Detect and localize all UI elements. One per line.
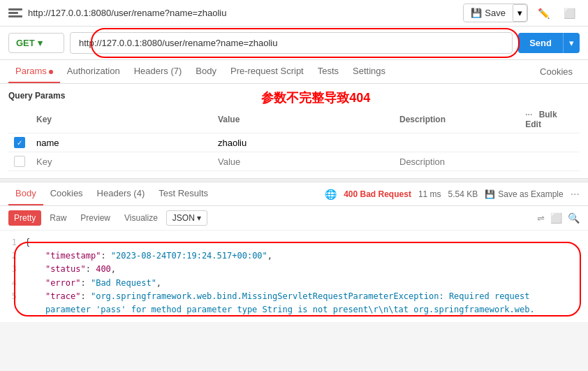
row2-desc-cell (394, 152, 520, 171)
send-dropdown-button[interactable]: ▾ (563, 33, 580, 53)
response-time: 11 ms (418, 189, 441, 199)
format-tab-visualize[interactable]: Visualize (119, 210, 163, 226)
method-label: GET (16, 38, 35, 48)
row1-desc-input[interactable] (399, 138, 514, 148)
response-size: 5.54 KB (448, 189, 478, 199)
response-more-button[interactable]: ··· (571, 188, 580, 201)
line-num-6 (0, 303, 25, 317)
line-num-5: 5 (0, 290, 25, 303)
response-area: Body Cookies Headers (4) Test Results 🌐 … (0, 182, 588, 322)
line-content-6: parameter 'pass' for method parameter ty… (25, 303, 588, 317)
globe-icon: 🌐 (325, 189, 337, 200)
col-bulk-edit-header: ··· Bulk Edit (520, 106, 580, 133)
tab-body[interactable]: Body (189, 60, 223, 83)
code-line-1: 1 { (0, 236, 588, 249)
method-select[interactable]: GET ▾ (8, 33, 64, 53)
row1-desc-cell (394, 133, 520, 152)
line-content-5: "trace": "org.springframework.web.bind.M… (25, 290, 588, 303)
line-content-3: "status": 400, (25, 263, 588, 276)
search-response-button[interactable]: 🔍 (568, 212, 580, 224)
table-row (8, 133, 580, 152)
row2-value-input[interactable] (218, 157, 388, 167)
response-tab-body[interactable]: Body (8, 182, 43, 205)
row1-value-cell (212, 133, 394, 152)
format-select[interactable]: JSON ▾ (166, 210, 207, 226)
code-line-4: 4 "error": "Bad Request", (0, 277, 588, 290)
title-bar-right: 💾 Save ▾ ✏️ ⬜ (463, 3, 580, 22)
row2-value-cell (212, 152, 394, 171)
row1-key-cell (31, 133, 212, 152)
title-bar-url: http://127.0.0.1:8080/user/rename?name=z… (28, 8, 226, 18)
response-meta: 🌐 400 Bad Request 11 ms 5.54 KB 💾 Save a… (325, 188, 580, 201)
tab-cookies[interactable]: Cookies (533, 61, 580, 82)
postman-icon (8, 8, 22, 18)
copy-response-button[interactable]: ⬜ (550, 212, 562, 224)
code-annotation-wrap: 1 { 2 "timestamp": "2023-08-24T07:19:24.… (0, 231, 588, 322)
format-tab-pretty[interactable]: Pretty (8, 210, 41, 226)
url-input[interactable] (70, 32, 513, 54)
response-tabs-bar: Body Cookies Headers (4) Test Results 🌐 … (0, 182, 588, 206)
title-bar: http://127.0.0.1:8080/user/rename?name=z… (0, 0, 588, 27)
tab-authorization[interactable]: Authorization (60, 60, 127, 83)
save-dropdown-button[interactable]: ▾ (513, 4, 527, 22)
more-icon[interactable]: ··· (525, 110, 532, 119)
copy-icon: ⬜ (564, 8, 575, 19)
col-desc-header: Description (394, 106, 520, 133)
response-tab-cookies[interactable]: Cookies (43, 182, 90, 205)
line-content-2: "timestamp": "2023-08-24T07:19:24.517+00… (25, 249, 588, 263)
params-dot (49, 70, 53, 74)
response-tab-headers[interactable]: Headers (4) (90, 182, 152, 205)
row1-check-cell (8, 133, 31, 152)
params-table: Key Value Description ··· Bulk Edit (8, 106, 580, 171)
row1-key-input[interactable] (36, 138, 207, 148)
line-num-4: 4 (0, 277, 25, 290)
row2-desc-input[interactable] (399, 157, 514, 167)
copy-button[interactable]: ⬜ (559, 5, 580, 22)
status-code: 400 Bad Request (344, 189, 411, 199)
edit-button[interactable]: ✏️ (534, 5, 554, 22)
tab-settings[interactable]: Settings (346, 60, 392, 83)
col-value-header: Value (212, 106, 394, 133)
format-chevron-icon: ▾ (197, 213, 201, 223)
row2-key-cell (31, 152, 212, 171)
format-tab-raw[interactable]: Raw (44, 210, 72, 226)
format-tab-preview[interactable]: Preview (75, 210, 116, 226)
code-line-6: parameter 'pass' for method parameter ty… (0, 303, 588, 317)
format-icons: ⇌ ⬜ 🔍 (537, 212, 580, 224)
send-group: Send ▾ (518, 33, 580, 53)
tab-pre-request-script[interactable]: Pre-request Script (223, 60, 311, 83)
row1-value-input[interactable] (218, 138, 388, 148)
row2-checkbox[interactable] (14, 156, 25, 167)
url-bar: GET ▾ Send ▾ (0, 27, 588, 60)
code-line-5: 5 "trace": "org.springframework.web.bind… (0, 290, 588, 303)
table-row (8, 152, 580, 171)
request-tabs-bar: Params Authorization Headers (7) Body Pr… (0, 60, 588, 84)
format-bar: Pretty Raw Preview Visualize JSON ▾ ⇌ ⬜ … (0, 206, 588, 231)
row2-actions-cell (520, 152, 580, 171)
query-params-title: Query Params (8, 91, 580, 101)
pencil-icon: ✏️ (538, 8, 550, 19)
line-num-3: 3 (0, 263, 25, 276)
code-line-3: 3 "status": 400, (0, 263, 588, 276)
row2-check-cell (8, 152, 31, 171)
tab-params[interactable]: Params (8, 60, 60, 83)
code-line-2: 2 "timestamp": "2023-08-24T07:19:24.517+… (0, 249, 588, 263)
tab-headers[interactable]: Headers (7) (127, 60, 189, 83)
row1-actions-cell (520, 133, 580, 152)
save-icon: 💾 (485, 189, 495, 199)
row2-key-input[interactable] (36, 157, 207, 167)
save-as-example-button[interactable]: 💾 Save as Example (485, 189, 563, 199)
tab-tests[interactable]: Tests (311, 60, 346, 83)
response-tab-test-results[interactable]: Test Results (152, 182, 215, 205)
line-num-1: 1 (0, 236, 25, 249)
url-input-wrap (70, 32, 513, 54)
line-content-4: "error": "Bad Request", (25, 277, 588, 290)
wrap-icon[interactable]: ⇌ (537, 213, 545, 224)
title-bar-left: http://127.0.0.1:8080/user/rename?name=z… (8, 8, 226, 18)
line-num-2: 2 (0, 249, 25, 263)
col-key-header: Key (31, 106, 212, 133)
line-content-1: { (25, 236, 588, 249)
send-button[interactable]: Send (518, 33, 563, 53)
save-button[interactable]: 💾 Save (464, 5, 513, 21)
row1-checkbox[interactable] (14, 137, 25, 148)
